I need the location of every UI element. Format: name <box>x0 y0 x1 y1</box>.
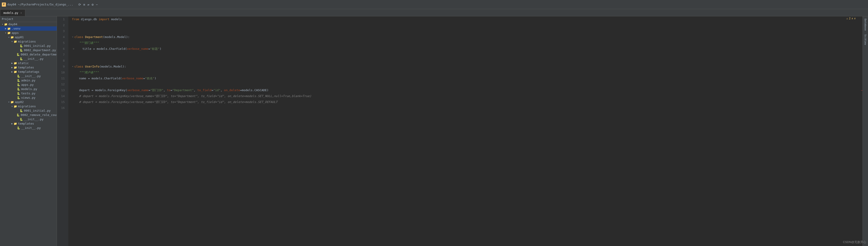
sidebar-item-0001[interactable]: 🐍 0001_initial.py <box>0 44 57 48</box>
py-icon: 🐍 <box>17 113 20 117</box>
item-label: 0001_initial.py <box>24 109 51 112</box>
main-area: Project ▾ 📁 day04 ▶ 📁 .venv ▾ 📁 apps ▾ 📁… <box>0 16 868 246</box>
sync-icon[interactable]: ⟳ <box>78 3 81 6</box>
project-icon: P <box>2 2 6 7</box>
line-num-8: 8 <box>57 58 66 64</box>
watermark: CSDN@无敌开心 <box>843 240 866 244</box>
code-line-5: """部门表""" <box>72 40 863 46</box>
line-num-16: 16 <box>57 105 66 111</box>
arrow-icon: ▾ <box>10 105 14 108</box>
sidebar-item-app01[interactable]: ▾ 📁 app01 <box>0 35 57 39</box>
sidebar-item-day04[interactable]: ▾ 📁 day04 <box>0 22 57 26</box>
sidebar-item-views-py[interactable]: 🐍 views.py <box>0 96 57 100</box>
line-num-10: 10 <box>57 70 66 75</box>
item-label: templates <box>18 122 34 125</box>
columns-icon[interactable]: ≡ <box>83 3 85 6</box>
folder-icon: 📁 <box>14 40 17 43</box>
code-line-16 <box>72 105 863 111</box>
code-line-10: """用户表""" <box>72 70 863 75</box>
sidebar-item-init4[interactable]: 🐍 __init__.py <box>0 126 57 130</box>
sidebar-item-init3[interactable]: 🐍 __init__.py <box>0 117 57 121</box>
folder-icon: 📁 <box>14 66 17 69</box>
code-line-8 <box>72 58 863 64</box>
code-line-12 <box>72 81 863 87</box>
editor-area: ⚠ 2 ∧ ∨ 1 2 3 4 5 6 7 8 9 10 11 12 13 14 <box>57 16 863 246</box>
item-label: 0003_delete_department.p <box>21 53 57 56</box>
sidebar-item-templatetags[interactable]: ▶ 📁 templatetags <box>0 70 57 74</box>
folder-icon: 📁 <box>10 101 14 104</box>
sidebar-item-migrations[interactable]: ▾ 📁 migrations <box>0 39 57 44</box>
arrow-icon: ▾ <box>10 40 14 43</box>
item-label: admin.py <box>21 79 35 82</box>
breadcrumb: day04 ~/PycharmProjects/5x_django_... <box>7 3 73 6</box>
database-tab[interactable]: Database <box>863 17 867 32</box>
sidebar-item-0003[interactable]: 🐍 0003_delete_department.p <box>0 52 57 57</box>
arrow-icon: ▾ <box>7 101 10 103</box>
code-line-14: # depart = models.ForeignKey(verbose_nam… <box>72 93 863 99</box>
code-line-9: ▾class UserInfo(models.Model): <box>72 64 863 70</box>
py-icon: 🐍 <box>17 87 20 91</box>
settings-icon[interactable]: ⚙ <box>92 3 93 6</box>
tab-models-py[interactable]: models.py ✕ <box>0 9 25 16</box>
sciview-tab[interactable]: SciView <box>863 33 867 46</box>
arrow-icon: ▶ <box>10 62 14 64</box>
item-label: views.py <box>21 96 35 99</box>
item-label: 0002_department.py <box>24 48 56 52</box>
py-icon: 🐍 <box>20 109 23 112</box>
py-icon: 🐍 <box>17 127 20 130</box>
sidebar-item-apps[interactable]: ▾ 📁 apps <box>0 31 57 35</box>
sidebar-item-app02[interactable]: ▾ 📁 app02 <box>0 100 57 104</box>
sidebar-item-venv[interactable]: ▶ 📁 .venv <box>0 26 57 31</box>
line-num-3: 3 <box>57 28 66 34</box>
sidebar-item-init1[interactable]: 🐍 __init__.py <box>0 57 57 61</box>
py-icon: 🐍 <box>20 49 23 52</box>
line-num-14: 14 <box>57 93 66 99</box>
folder-icon: 📁 <box>7 27 11 30</box>
sidebar-item-0002b[interactable]: 🐍 0002_remove_role_count.p <box>0 113 57 117</box>
py-icon: 🐍 <box>20 57 23 61</box>
sidebar-item-models-py[interactable]: 🐍 models.py <box>0 87 57 91</box>
folder-icon: 📁 <box>7 31 11 35</box>
sidebar-item-apps-py[interactable]: 🐍 apps.py <box>0 82 57 87</box>
tab-close-icon[interactable]: ✕ <box>21 11 22 14</box>
sidebar-item-templates1[interactable]: ▶ 📁 templates <box>0 65 57 70</box>
tab-bar: models.py ✕ <box>0 9 868 16</box>
sidebar-item-admin[interactable]: 🐍 admin.py <box>0 78 57 82</box>
code-line-13: depart = models.ForeignKey(verbose_name=… <box>72 87 863 93</box>
toolbar-icons: ⟳ ≡ ⇌ ⚙ − <box>78 3 98 6</box>
editor-content: 1 2 3 4 5 6 7 8 9 10 11 12 13 14 15 16 <box>57 16 863 246</box>
sidebar-item-static[interactable]: ▶ 📁 static <box>0 61 57 65</box>
item-label: 0002_remove_role_count.p <box>21 113 57 117</box>
code-line-7 <box>72 52 863 58</box>
sidebar-item-0001b[interactable]: 🐍 0001_initial.py <box>0 108 57 113</box>
py-icon: 🐍 <box>17 75 20 78</box>
py-icon: 🐍 <box>20 118 23 121</box>
arrow-icon: ▾ <box>7 36 10 38</box>
arrow-icon: ▶ <box>10 70 14 73</box>
line-num-9: 9 <box>57 64 66 70</box>
item-label: apps <box>11 31 19 35</box>
sidebar-item-templates2[interactable]: ▶ 📁 templates <box>0 121 57 126</box>
folder-icon: 📁 <box>4 23 7 26</box>
arrow-icon: ▶ <box>10 66 14 69</box>
line-numbers: 1 2 3 4 5 6 7 8 9 10 11 12 13 14 15 16 <box>57 16 68 246</box>
py-icon: 🐍 <box>17 79 20 82</box>
py-icon: 🐍 <box>17 83 20 86</box>
item-label: __init__.py <box>21 74 41 78</box>
sidebar-title: Project <box>2 17 13 21</box>
sidebar-item-0002[interactable]: 🐍 0002_department.py <box>0 48 57 52</box>
line-num-11: 11 <box>57 75 66 81</box>
minus-icon[interactable]: − <box>96 3 98 6</box>
split-icon[interactable]: ⇌ <box>87 3 89 6</box>
sidebar-item-migrations2[interactable]: ▾ 📁 migrations <box>0 104 57 108</box>
code-line-3 <box>72 28 863 34</box>
title-bar: P day04 ~/PycharmProjects/5x_django_... … <box>0 0 868 9</box>
folder-icon: 📁 <box>14 62 17 65</box>
line-num-1: 1 <box>57 16 66 22</box>
sidebar-item-init2[interactable]: 🐍 __init__.py <box>0 74 57 78</box>
item-label: .venv <box>11 27 21 30</box>
sidebar-header: Project <box>0 16 57 22</box>
sidebar-item-tests-py[interactable]: 🐍 tests.py <box>0 91 57 96</box>
code-area[interactable]: from django.db import models ▾class Depa… <box>68 16 863 246</box>
line-num-2: 2 <box>57 22 66 28</box>
